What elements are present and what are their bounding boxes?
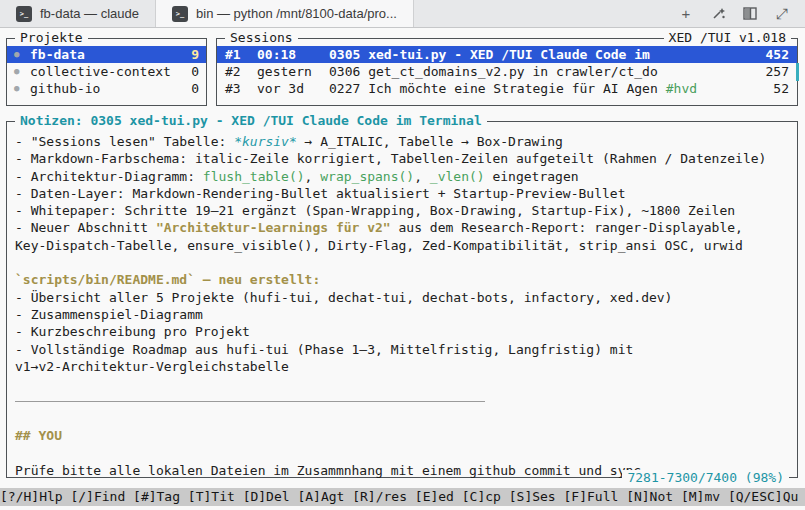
note-line: ## YOU bbox=[7, 427, 797, 444]
split-pane-icon bbox=[743, 7, 757, 20]
session-time: gestern bbox=[257, 63, 329, 80]
session-count: 452 bbox=[766, 46, 789, 63]
tab-bin-python[interactable]: >_ bin — python /mnt/8100-data/pro... bbox=[156, 0, 414, 27]
terminal-screen: Projekte ● fb-data 9 ● collective-contex… bbox=[0, 28, 805, 510]
notes-panel-title: Notizen: 0305 xed-tui.py - XED /TUI Clau… bbox=[15, 113, 487, 129]
session-count: 257 bbox=[766, 63, 789, 80]
notes-content[interactable]: - "Sessions lesen" Tabelle: *kursiv* → A… bbox=[7, 133, 797, 479]
window-controls: + ⤢ bbox=[675, 0, 805, 27]
session-title: 0306 get_ct_domains_v2.py in crawler/ct_… bbox=[329, 63, 658, 80]
tab-label: bin — python /mnt/8100-data/pro... bbox=[196, 6, 397, 21]
tab-label: fb-data — claude bbox=[40, 6, 139, 21]
session-row-1[interactable]: #1 00:18 0305 xed-tui.py - XED /TUI Clau… bbox=[217, 46, 797, 63]
session-number: #1 bbox=[225, 46, 257, 63]
project-row-github-io[interactable]: ● github-io 0 bbox=[7, 80, 206, 97]
note-line: - Markdown-Farbschema: italic-Zeile korr… bbox=[7, 150, 797, 167]
note-line: - Kurzbeschreibung pro Projekt bbox=[7, 323, 797, 340]
split-pane-icon[interactable] bbox=[739, 3, 761, 25]
session-tag: #hvd bbox=[666, 80, 697, 97]
project-name: fb-data bbox=[30, 46, 191, 63]
fullscreen-icon[interactable]: ⤢ bbox=[771, 3, 793, 25]
note-line: - Zusammenspiel-Diagramm bbox=[7, 306, 797, 323]
sparkle-wand-icon bbox=[711, 6, 726, 21]
note-line: - Daten-Layer: Markdown-Rendering-Bullet… bbox=[7, 185, 797, 202]
note-line: - Übersicht aller 5 Projekte (hufi-tui, … bbox=[7, 289, 797, 306]
note-line bbox=[7, 410, 797, 427]
note-line bbox=[7, 444, 797, 461]
project-bullet-icon: ● bbox=[14, 80, 30, 97]
session-time: vor 3d bbox=[257, 80, 329, 97]
session-number: #2 bbox=[225, 63, 257, 80]
note-line bbox=[7, 254, 797, 271]
tab-bar: >_ fb-data — claude >_ bin — python /mnt… bbox=[0, 0, 805, 28]
project-count: 0 bbox=[191, 80, 199, 97]
note-line bbox=[7, 392, 797, 409]
app-version-label: XED /TUI v1.018 bbox=[664, 30, 791, 46]
project-row-fb-data[interactable]: ● fb-data 9 bbox=[7, 46, 206, 63]
note-line: - Architektur-Diagramm: flush_table(), w… bbox=[7, 168, 797, 185]
sessions-panel: Sessions XED /TUI v1.018 #1 00:18 0305 x… bbox=[216, 38, 798, 106]
horizontal-rule bbox=[15, 401, 485, 402]
sparkle-wand-icon[interactable] bbox=[707, 3, 729, 25]
sessions-panel-title: Sessions bbox=[225, 30, 298, 46]
notes-panel: Notizen: 0305 xed-tui.py - XED /TUI Clau… bbox=[6, 121, 798, 478]
session-row-2[interactable]: #2 gestern 0306 get_ct_domains_v2.py in … bbox=[217, 63, 797, 80]
sessions-scrollbar[interactable] bbox=[796, 63, 799, 81]
project-count: 0 bbox=[191, 63, 199, 80]
terminal-icon: >_ bbox=[172, 6, 188, 22]
project-bullet-icon: ● bbox=[14, 63, 30, 80]
project-row-collective-context[interactable]: ● collective-context 0 bbox=[7, 63, 206, 80]
session-title: 0305 xed-tui.py - XED /TUI Claude Code i… bbox=[329, 46, 650, 63]
tab-fb-data[interactable]: >_ fb-data — claude bbox=[0, 0, 156, 27]
note-line: - Vollständige Roadmap aus hufi-tui (Pha… bbox=[7, 341, 797, 358]
projects-panel-title: Projekte bbox=[15, 30, 88, 46]
session-count: 52 bbox=[773, 80, 789, 97]
note-line: - "Sessions lesen" Tabelle: *kursiv* → A… bbox=[7, 133, 797, 150]
note-line: - Whitepaper: Schritte 19–21 ergänzt (Sp… bbox=[7, 202, 797, 219]
session-time: 00:18 bbox=[257, 46, 329, 63]
note-line: - Neuer Abschnitt "Architektur-Learnings… bbox=[7, 219, 797, 236]
session-number: #3 bbox=[225, 80, 257, 97]
note-line: v1→v2-Architektur-Vergleichstabelle bbox=[7, 358, 797, 375]
note-line bbox=[7, 375, 797, 392]
project-name: github-io bbox=[30, 80, 191, 97]
note-line: `scripts/bin/README.md` — neu erstellt: bbox=[7, 271, 797, 288]
note-line: Key-Dispatch-Tabelle, ensure_visible(), … bbox=[7, 237, 797, 254]
terminal-icon: >_ bbox=[16, 6, 32, 22]
project-bullet-icon: ● bbox=[14, 46, 30, 63]
projects-panel: Projekte ● fb-data 9 ● collective-contex… bbox=[6, 38, 207, 106]
session-row-3[interactable]: #3 vor 3d 0227 Ich möchte eine Strategie… bbox=[217, 80, 797, 97]
project-name: collective-context bbox=[30, 63, 191, 80]
session-title: 0227 Ich möchte eine Strategie für AI Ag… bbox=[329, 80, 658, 97]
project-count: 9 bbox=[191, 46, 199, 63]
status-bar: [?/H]Hlp [/]Find [#]Tag [T]Tit [D]Del [A… bbox=[0, 488, 805, 506]
new-tab-icon[interactable]: + bbox=[675, 3, 697, 25]
notes-scroll-position: 7281-7300/7400 (98%) bbox=[622, 470, 789, 486]
